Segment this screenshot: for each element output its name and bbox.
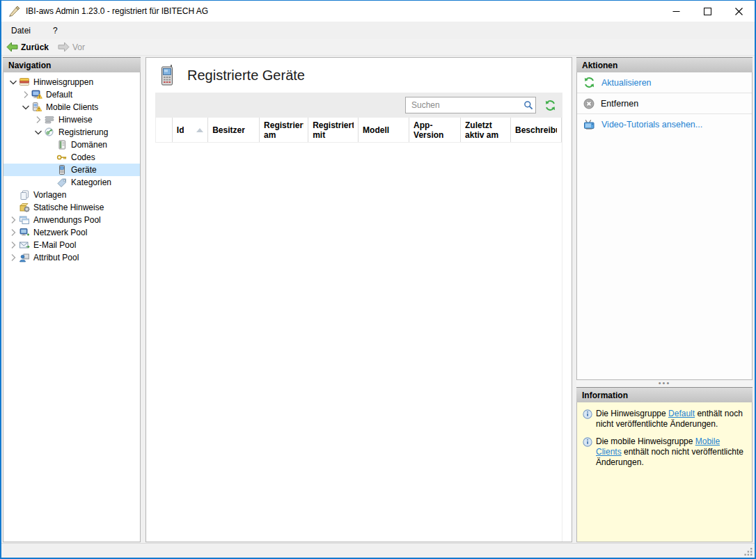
tree-item-anwendungs-pool[interactable]: Anwendungs Pool (3, 214, 140, 226)
chevron-right-icon[interactable] (8, 227, 19, 238)
column-header-modell[interactable]: Modell (359, 118, 409, 142)
tree-item-kategorien[interactable]: Kategorien (3, 176, 140, 189)
domains-icon (56, 139, 68, 150)
menu-help[interactable]: ? (47, 23, 64, 38)
page-title: Registrierte Geräte (187, 68, 305, 84)
chevron-right-icon[interactable] (33, 114, 44, 125)
column-header-zuletzt-aktiv-am[interactable]: Zuletzt aktiv am (461, 118, 511, 142)
forward-label: Vor (72, 42, 85, 52)
actions-header: Aktionen (576, 57, 753, 72)
key-icon (56, 152, 68, 163)
static-notes-icon (19, 202, 30, 213)
search-input[interactable] (406, 97, 521, 113)
column-header-besitzer[interactable]: Besitzer (208, 118, 260, 142)
action-video-tutorials[interactable]: Video-Tutorials ansehen... (577, 114, 752, 135)
chevron-right-icon[interactable] (8, 239, 19, 251)
refresh-icon[interactable] (543, 98, 557, 112)
information-panel: Information Die Hinweisgruppe Default en… (576, 387, 753, 542)
tag-icon (56, 177, 68, 188)
registered-devices-icon (159, 64, 175, 86)
remove-icon (583, 98, 594, 109)
app-pool-icon (19, 214, 30, 226)
column-header-beschreibung[interactable]: Beschreibung (511, 118, 562, 142)
tree-item-geraete[interactable]: Geräte (3, 164, 140, 176)
action-aktualisieren[interactable]: Aktualisieren (577, 72, 752, 93)
tree-item-netzwerk-pool[interactable]: Netzwerk Pool (3, 226, 140, 239)
tree-item-vorlagen[interactable]: Vorlagen (3, 189, 140, 201)
resize-grip-icon[interactable] (744, 547, 753, 556)
monitor-warning-icon (31, 89, 42, 100)
link-default[interactable]: Default (668, 409, 695, 418)
chevron-right-icon[interactable] (8, 252, 19, 263)
info-icon (583, 437, 592, 447)
back-label: Zurück (21, 42, 49, 52)
horizontal-splitter[interactable]: ••• (576, 380, 753, 387)
menu-datei[interactable]: Datei (5, 23, 37, 38)
chevron-right-icon[interactable] (8, 214, 19, 226)
email-pool-icon (19, 239, 30, 251)
info-note-mobile-clients: Die mobile Hinweisgruppe Mobile Clients … (583, 436, 746, 468)
app-window: IBI-aws Admin 1.23.0 - registriert für I… (0, 0, 756, 559)
network-pool-icon (19, 227, 30, 238)
column-header-app-version[interactable]: App-Version (409, 118, 461, 142)
tree-item-hinweise[interactable]: Hinweise (3, 113, 140, 126)
navigation-tree: Hinweisgruppen Default Mobile Clients Hi… (3, 72, 141, 542)
column-header-row-selector[interactable] (155, 118, 173, 142)
chevron-right-icon[interactable] (20, 89, 31, 100)
column-header-id[interactable]: Id (173, 118, 208, 142)
tree-item-email-pool[interactable]: E-Mail Pool (3, 239, 140, 251)
tree-item-hinweisgruppen[interactable]: Hinweisgruppen (3, 76, 140, 88)
table-body-empty[interactable] (155, 143, 562, 542)
maximize-button[interactable] (692, 1, 723, 22)
column-header-registriert-mit[interactable]: Registriert mit (308, 118, 359, 142)
search-icon[interactable] (521, 100, 535, 110)
action-entfernen[interactable]: Entfernen (577, 93, 752, 114)
close-button[interactable] (723, 1, 755, 22)
mobile-warning-icon (31, 102, 42, 113)
main-panel: Registrierte Geräte Id Besitzer (145, 57, 572, 542)
vertical-splitter[interactable] (141, 57, 145, 542)
navigation-panel: Navigation Hinweisgruppen Default Mobile… (3, 57, 141, 542)
status-bar (1, 543, 755, 558)
menu-bar: Datei ? (1, 22, 755, 39)
device-icon (56, 164, 68, 175)
content-area: Navigation Hinweisgruppen Default Mobile… (1, 56, 755, 543)
right-panel: Aktionen Aktualisieren Entfernen Video-T… (576, 57, 753, 542)
app-icon (8, 5, 20, 17)
notice-groups-icon (19, 77, 30, 88)
info-note-default: Die Hinweisgruppe Default enthält noch n… (583, 409, 746, 430)
tree-item-codes[interactable]: Codes (3, 151, 140, 164)
chevron-down-icon[interactable] (8, 77, 19, 88)
minimize-button[interactable] (661, 1, 692, 22)
back-button[interactable]: Zurück (1, 40, 53, 54)
tree-item-domaenen[interactable]: Domänen (3, 139, 140, 151)
tree-item-attribut-pool[interactable]: Attribut Pool (3, 251, 140, 264)
tree-item-mobile-clients[interactable]: Mobile Clients (3, 101, 140, 113)
column-header-registriert-am[interactable]: Registriert am (260, 118, 308, 142)
window-title: IBI-aws Admin 1.23.0 - registriert für I… (26, 6, 208, 16)
registration-icon (44, 127, 55, 138)
sort-ascending-icon (196, 128, 203, 132)
tree-item-statische-hinweise[interactable]: Statische Hinweise (3, 201, 140, 214)
tree-item-default[interactable]: Default (3, 88, 140, 101)
templates-icon (19, 189, 30, 200)
chevron-down-icon[interactable] (20, 102, 31, 113)
navigation-header: Navigation (3, 57, 141, 72)
search-box (405, 97, 536, 113)
information-header: Information (576, 387, 753, 402)
chevron-down-icon[interactable] (33, 127, 44, 138)
notes-icon (44, 114, 55, 125)
table-header-row: Id Besitzer Registriert am Registriert m… (155, 118, 562, 143)
forward-button[interactable]: Vor (53, 40, 89, 54)
table-toolbar (155, 93, 562, 118)
info-icon (583, 409, 592, 419)
attribute-pool-icon (19, 252, 30, 263)
back-arrow-icon (6, 42, 18, 52)
refresh-icon (583, 77, 595, 88)
title-bar[interactable]: IBI-aws Admin 1.23.0 - registriert für I… (1, 1, 755, 22)
tree-item-registrierung[interactable]: Registrierung (3, 126, 140, 139)
forward-arrow-icon (58, 42, 70, 52)
actions-panel: Aktionen Aktualisieren Entfernen Video-T… (576, 57, 753, 380)
video-icon (583, 119, 595, 130)
navigation-toolbar: Zurück Vor (1, 39, 755, 56)
